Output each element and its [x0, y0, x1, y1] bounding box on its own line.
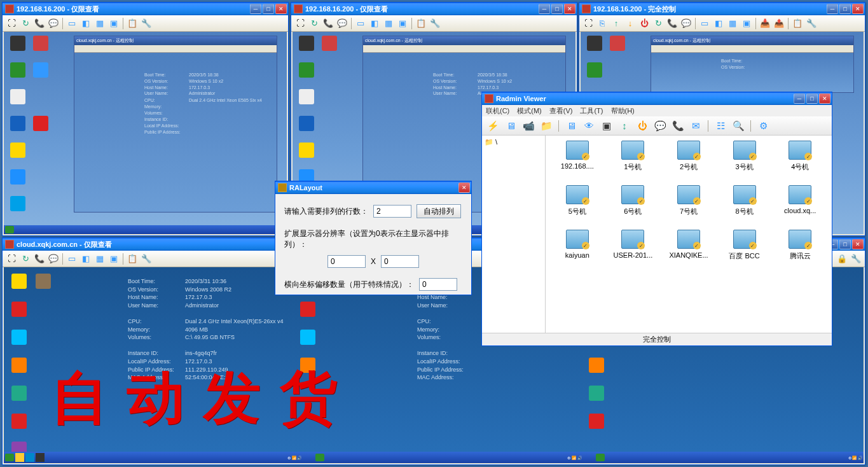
maximize-button[interactable]: □ — [551, 4, 563, 14]
taskbar-item[interactable] — [25, 453, 34, 462]
fit-icon[interactable]: ▦ — [382, 17, 395, 30]
chat-icon[interactable]: 💬 — [47, 17, 60, 30]
minimize-button[interactable]: ─ — [827, 4, 838, 14]
minimize-button[interactable]: ─ — [794, 94, 805, 104]
refresh-icon[interactable]: ↻ — [652, 17, 665, 30]
list-icon[interactable]: ☷ — [713, 119, 727, 133]
sendmsg-icon[interactable]: ✉ — [689, 119, 703, 133]
offset-input[interactable] — [419, 278, 457, 291]
start-button-2[interactable] — [315, 454, 324, 461]
close-button[interactable]: ✕ — [564, 4, 575, 14]
textchat-icon[interactable]: 💬 — [653, 119, 667, 133]
scan-icon[interactable]: 🔍 — [731, 119, 745, 133]
menu-help[interactable]: 帮助(H) — [611, 106, 635, 116]
fullscreen-icon[interactable]: ⛶ — [294, 17, 307, 30]
connection-item[interactable]: kaiyuan — [551, 230, 604, 272]
start-button-3[interactable] — [596, 454, 605, 461]
connection-item[interactable]: 腾讯云 — [773, 230, 827, 272]
refresh-icon[interactable]: ↻ — [308, 17, 320, 30]
taskbar-item[interactable] — [15, 453, 24, 462]
menu-tools[interactable]: 工具(T) — [580, 106, 603, 116]
connection-item[interactable]: 1号机 — [607, 141, 660, 183]
voice-icon[interactable]: 📞 — [33, 253, 46, 265]
voicechat-icon[interactable]: 📞 — [671, 119, 685, 133]
stretch-icon[interactable]: ◧ — [712, 17, 725, 30]
fit-icon[interactable]: ▦ — [93, 17, 106, 30]
maximize-button[interactable]: □ — [806, 94, 818, 104]
minimize-button[interactable]: ─ — [539, 4, 550, 14]
shutdown-icon[interactable]: ⏻ — [635, 119, 649, 133]
clip-get-icon[interactable]: 📥 — [759, 17, 771, 30]
connection-item[interactable]: 2号机 — [662, 141, 715, 183]
taskbar-item[interactable] — [36, 453, 45, 462]
transfer-down-icon[interactable]: ↓ — [624, 17, 637, 30]
transfer-up-icon[interactable]: ↑ — [610, 17, 623, 30]
close-button[interactable]: ✕ — [852, 4, 864, 14]
menu-connect[interactable]: 联机(C) — [486, 106, 509, 116]
tile-icon[interactable]: ▣ — [740, 17, 753, 30]
stretch-icon[interactable]: ◧ — [79, 253, 92, 265]
fullscreen-icon[interactable]: ⛶ — [5, 17, 18, 30]
close-button[interactable]: ✕ — [819, 94, 830, 104]
settings-icon[interactable]: 🔧 — [429, 17, 441, 30]
tree-panel[interactable]: 📁 \ — [482, 136, 546, 333]
add-pc-icon[interactable]: 🖥 — [504, 119, 518, 133]
rows-input[interactable] — [373, 205, 411, 218]
settings-icon[interactable]: 🔧 — [140, 253, 153, 265]
fit-icon[interactable]: ▦ — [726, 17, 739, 30]
refresh-icon[interactable]: ↻ — [19, 17, 32, 30]
settings2-icon[interactable]: 🔧 — [850, 253, 862, 265]
normal-icon[interactable]: ▭ — [65, 253, 78, 265]
connection-item[interactable]: 8号机 — [718, 185, 771, 227]
settings-icon[interactable]: 🔧 — [140, 17, 153, 30]
voice-icon[interactable]: 📞 — [33, 17, 46, 30]
menu-view[interactable]: 查看(V) — [549, 106, 573, 116]
titlebar[interactable]: 192.168.16.200 - 仅限查看 ─ □ ✕ — [3, 3, 288, 15]
chat-icon[interactable]: 💬 — [680, 17, 692, 30]
titlebar[interactable]: RALayout ✕ — [275, 181, 471, 194]
folder-icon[interactable]: 📁 — [539, 119, 553, 133]
connection-item[interactable]: 4号机 — [773, 141, 827, 183]
remote-desktop[interactable]: cloud.xqkj.com.cn - 远程控制 Boot Time: OS V… — [4, 32, 287, 234]
close-button[interactable]: ✕ — [275, 4, 287, 14]
connection-item[interactable]: 3号机 — [718, 141, 771, 183]
lock-icon[interactable]: 🔒 — [836, 253, 848, 265]
clipboard-icon[interactable]: 📋 — [415, 17, 427, 30]
connection-item[interactable]: 百度 BCC — [718, 230, 771, 272]
maximize-button[interactable]: □ — [839, 4, 851, 14]
tile-icon[interactable]: ▣ — [107, 17, 120, 30]
normal-icon[interactable]: ▭ — [698, 17, 711, 30]
telnet-icon[interactable]: ▣ — [600, 119, 614, 133]
voice-icon[interactable]: 📞 — [322, 17, 334, 30]
maximize-button[interactable]: □ — [839, 239, 851, 249]
connection-item[interactable]: 6号机 — [607, 185, 660, 227]
res-y-input[interactable] — [381, 255, 419, 268]
connection-item[interactable]: 192.168.... — [551, 141, 604, 183]
start-button[interactable] — [5, 226, 14, 234]
fullscreen-icon[interactable]: ⛶ — [582, 17, 595, 30]
power-icon[interactable]: ⏻ — [638, 17, 651, 30]
filetransfer-icon[interactable]: ↕ — [617, 119, 631, 133]
viewonly-icon[interactable]: 👁 — [582, 119, 596, 133]
refresh-icon[interactable]: ↻ — [19, 253, 32, 265]
tile-icon[interactable]: ▣ — [396, 17, 409, 30]
titlebar[interactable]: Radmin Viewer ─ □ ✕ — [482, 92, 832, 105]
normal-icon[interactable]: ▭ — [65, 17, 78, 30]
res-x-input[interactable] — [327, 255, 366, 268]
connect-icon[interactable]: ⚡ — [486, 119, 500, 133]
fit-icon[interactable]: ▦ — [93, 253, 106, 265]
start-button[interactable] — [5, 454, 14, 461]
video-icon[interactable]: 📹 — [521, 119, 535, 133]
stretch-icon[interactable]: ◧ — [79, 17, 92, 30]
titlebar[interactable]: 192.168.16.200 - 完全控制 ─ □ ✕ — [579, 3, 865, 15]
settings-icon[interactable]: 🔧 — [805, 17, 818, 30]
auto-arrange-button[interactable]: 自动排列 — [417, 204, 461, 218]
menu-mode[interactable]: 模式(M) — [517, 106, 542, 116]
connection-item[interactable]: 7号机 — [662, 185, 715, 227]
chat-icon[interactable]: 💬 — [47, 253, 60, 265]
cad-icon[interactable]: ⎘ — [596, 17, 609, 30]
close-button[interactable]: ✕ — [852, 239, 864, 249]
connection-item[interactable]: XIANQIKE... — [662, 230, 715, 272]
close-button[interactable]: ✕ — [458, 183, 470, 193]
options-icon[interactable]: ⚙ — [756, 119, 770, 133]
